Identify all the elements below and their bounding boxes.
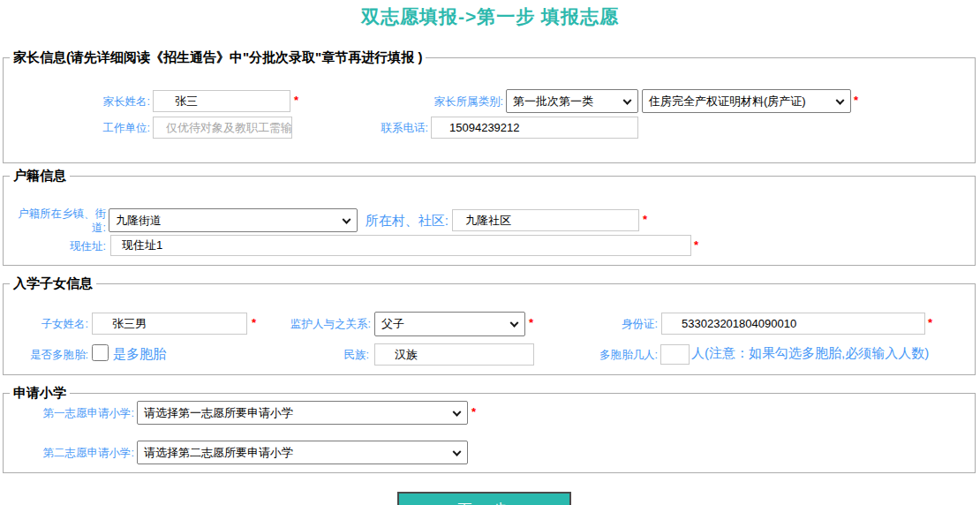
phone-input[interactable]	[431, 117, 638, 139]
community-required-marker: *	[643, 213, 647, 226]
child-name-input[interactable]	[92, 313, 247, 335]
address-required-marker: *	[694, 238, 698, 252]
chevron-down-icon	[836, 95, 845, 104]
parent-category-label: 家长所属类别:	[388, 94, 503, 109]
relation-label: 监护人与之关系:	[274, 317, 371, 331]
parent-info-legend: 家长信息(请先详细阅读《招生通告》中"分批次录取"章节再进行填报 )	[10, 49, 426, 66]
chevron-down-icon	[623, 95, 632, 104]
multiple-birth-checkbox-label: 是多胞胎	[113, 346, 166, 363]
multiple-birth-checkbox[interactable]	[92, 344, 109, 361]
volunteer-form-page: 双志愿填报->第一步 填报志愿 家长信息(请先详细阅读《招生通告》中"分批次录取…	[0, 0, 980, 505]
multiple-birth-label: 是否多胞胎:	[18, 348, 88, 362]
second-choice-label: 第二志愿申请小学:	[26, 446, 134, 460]
work-unit-input[interactable]	[153, 117, 292, 139]
community-input[interactable]	[452, 209, 639, 231]
next-step-button[interactable]: 下一步	[397, 492, 571, 505]
work-unit-label: 工作单位:	[35, 121, 150, 135]
parent-category-select[interactable]: 第一批次第一类	[506, 89, 638, 113]
first-choice-select[interactable]: 请选择第一志愿所要申请小学	[137, 401, 468, 425]
relation-required-marker: *	[529, 316, 533, 329]
relation-selected-option: 父子	[381, 316, 404, 332]
chevron-down-icon	[343, 215, 351, 223]
relation-select[interactable]: 父子	[374, 312, 525, 336]
parent-name-required-marker: *	[294, 94, 298, 107]
parent-category-material-selected-option: 住房完全产权证明材料(房产证)	[649, 94, 806, 109]
child-name-required-marker: *	[252, 316, 256, 329]
second-choice-selected-option: 请选择第二志愿所要申请小学	[144, 445, 293, 461]
page-title: 双志愿填报->第一步 填报志愿	[0, 4, 980, 29]
school-apply-legend: 申请小学	[10, 385, 70, 402]
chevron-down-icon	[453, 407, 462, 416]
phone-label: 联系电话:	[313, 121, 428, 135]
parent-category-selected-option: 第一批次第一类	[513, 94, 593, 109]
township-label: 户籍所在乡镇、街道:	[16, 207, 106, 236]
first-choice-required-marker: *	[471, 405, 476, 418]
township-select[interactable]: 九隆街道	[109, 208, 358, 232]
parent-category-required-marker: *	[854, 94, 858, 107]
community-label: 所在村、社区:	[351, 212, 449, 230]
second-choice-select[interactable]: 请选择第二志愿所要申请小学	[137, 441, 468, 464]
multiple-count-note: 人(注意：如果勾选多胞胎,必须输入人数)	[691, 345, 929, 362]
child-info-legend: 入学子女信息	[10, 275, 96, 292]
multiple-count-input[interactable]	[660, 344, 690, 365]
first-choice-selected-option: 请选择第一志愿所要申请小学	[144, 405, 293, 421]
township-selected-option: 九隆街道	[116, 213, 162, 229]
address-label: 现住址:	[18, 239, 106, 253]
household-info-legend: 户籍信息	[10, 168, 70, 185]
parent-name-input[interactable]	[153, 90, 290, 112]
parent-name-label: 家长姓名:	[35, 94, 150, 109]
first-choice-label: 第一志愿申请小学:	[26, 406, 134, 420]
chevron-down-icon	[453, 447, 462, 456]
id-number-required-marker: *	[928, 316, 932, 329]
child-name-label: 子女姓名:	[18, 317, 88, 331]
parent-category-material-select[interactable]: 住房完全产权证明材料(房产证)	[642, 89, 851, 113]
ethnicity-input[interactable]	[374, 343, 534, 366]
ethnicity-label: 民族:	[298, 348, 369, 362]
id-number-label: 身份证:	[587, 317, 658, 331]
multiple-count-label: 多胞胎几人:	[587, 348, 658, 362]
address-input[interactable]	[110, 235, 691, 256]
chevron-down-icon	[510, 319, 519, 328]
id-number-input[interactable]	[661, 313, 925, 335]
